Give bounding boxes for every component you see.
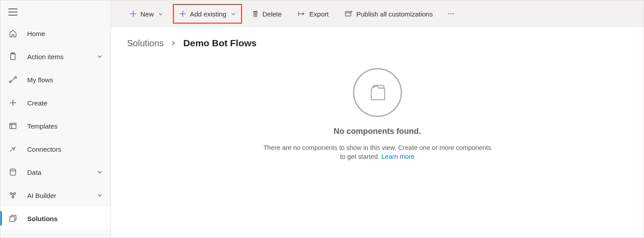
empty-title: No components found. (334, 127, 421, 136)
svg-point-13 (453, 13, 454, 14)
more-commands-button[interactable] (443, 4, 459, 24)
svg-point-8 (12, 196, 14, 198)
sidebar-item-label: Create (27, 99, 47, 107)
sidebar-item-templates[interactable]: Templates (0, 114, 111, 137)
templates-icon (8, 121, 17, 130)
sidebar-item-label: Action items (27, 53, 64, 61)
home-icon (8, 29, 17, 38)
connectors-icon (8, 145, 17, 153)
ai-builder-icon (8, 191, 17, 200)
delete-button[interactable]: Delete (246, 4, 288, 24)
sidebar-item-my-flows[interactable]: My flows (0, 68, 111, 91)
add-existing-label: Add existing (190, 10, 226, 18)
svg-point-2 (9, 81, 11, 83)
flow-icon (8, 75, 17, 84)
sidebar: Home Action items My flows Create (0, 0, 111, 238)
svg-point-6 (10, 193, 12, 194)
svg-point-3 (15, 77, 16, 78)
main-area: New Add existing Delete (111, 0, 644, 238)
chevron-down-icon (97, 193, 103, 198)
clipboard-icon (8, 52, 17, 61)
more-icon (447, 10, 455, 17)
empty-description: There are no components to show in this … (262, 143, 493, 161)
plus-icon (130, 10, 137, 17)
publish-button[interactable]: Publish all customizations (338, 4, 439, 24)
svg-point-5 (10, 169, 16, 171)
plus-icon (8, 98, 17, 107)
sidebar-item-data[interactable]: Data (0, 161, 111, 184)
sidebar-item-label: Connectors (27, 145, 62, 153)
svg-rect-4 (10, 123, 16, 129)
learn-more-link[interactable]: Learn more (381, 153, 414, 160)
chevron-down-icon (97, 54, 103, 59)
command-bar: New Add existing Delete (111, 0, 644, 27)
sidebar-item-action-items[interactable]: Action items (0, 45, 111, 68)
plus-icon (179, 10, 186, 17)
svg-rect-10 (345, 12, 351, 16)
export-label: Export (309, 10, 328, 18)
sidebar-item-label: Data (27, 169, 41, 176)
breadcrumb: Solutions Demo Bot Flows (111, 27, 644, 48)
trash-icon (252, 10, 259, 17)
new-label: New (140, 10, 154, 18)
sidebar-item-ai-builder[interactable]: AI Builder (0, 184, 111, 207)
chevron-down-icon (231, 12, 236, 16)
sidebar-item-label: Solutions (27, 215, 57, 222)
empty-folder-icon (353, 68, 402, 117)
sidebar-item-label: Home (27, 30, 45, 37)
new-button[interactable]: New (123, 4, 169, 24)
publish-icon (345, 10, 353, 17)
export-button[interactable]: Export (291, 4, 335, 24)
svg-point-11 (448, 13, 449, 14)
empty-desc-text: There are no components to show in this … (263, 144, 491, 160)
sidebar-item-label: My flows (27, 76, 53, 84)
publish-label: Publish all customizations (356, 10, 433, 18)
chevron-down-icon (97, 169, 103, 175)
svg-point-7 (14, 193, 16, 194)
sidebar-item-label: Templates (27, 122, 57, 130)
sidebar-item-label: AI Builder (27, 192, 56, 199)
svg-point-12 (451, 13, 451, 14)
svg-rect-9 (10, 217, 15, 222)
export-icon (298, 10, 306, 17)
sidebar-item-connectors[interactable]: Connectors (0, 137, 111, 161)
hamburger-menu-button[interactable] (0, 4, 111, 22)
sidebar-item-create[interactable]: Create (0, 91, 111, 114)
sidebar-item-solutions[interactable]: Solutions (0, 207, 111, 230)
sidebar-item-home[interactable]: Home (0, 22, 111, 45)
solutions-icon (8, 214, 17, 223)
database-icon (8, 168, 17, 177)
chevron-down-icon (158, 12, 163, 16)
breadcrumb-parent[interactable]: Solutions (127, 38, 164, 48)
add-existing-button[interactable]: Add existing (173, 4, 242, 24)
empty-state: No components found. There are no compon… (111, 68, 644, 161)
chevron-right-icon (171, 40, 176, 46)
delete-label: Delete (263, 10, 282, 18)
breadcrumb-current: Demo Bot Flows (183, 38, 257, 48)
